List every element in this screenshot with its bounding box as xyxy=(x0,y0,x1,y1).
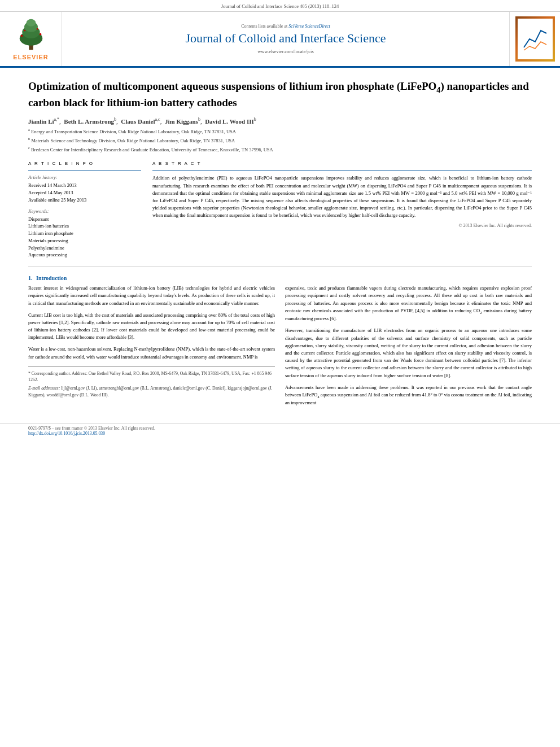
issn-line: 0021-9797/$ – see front matter © 2013 El… xyxy=(28,426,532,431)
right-para-2: However, transitioning the manufacture o… xyxy=(285,327,532,379)
header-area: ELSEVIER Contents lists available at Sci… xyxy=(0,12,560,68)
affil-c: c Bredesen Center for Interdisciplinary … xyxy=(28,146,532,154)
abstract-box: Addition of polyethyleneimine (PEI) to a… xyxy=(152,171,532,228)
journal-citation: Journal of Colloid and Interface Science… xyxy=(221,3,339,9)
abstract-text: Addition of polyethyleneimine (PEI) to a… xyxy=(152,174,532,219)
keyword-3: Lithium iron phosphate xyxy=(28,230,141,237)
intro-para-2: Current LIB cost is too high, with the c… xyxy=(28,312,275,342)
article-info-box: Article history: Received 14 March 2013 … xyxy=(28,171,141,259)
journal-url: www.elsevier.com/locate/jcis xyxy=(257,49,314,54)
article-available: Available online 25 May 2013 xyxy=(28,196,141,204)
affiliations: a Energy and Transportation Science Divi… xyxy=(28,128,532,153)
sciverse-line: Contents lists available at SciVerse Sci… xyxy=(241,24,330,29)
keyword-2: Lithium-ion batteries xyxy=(28,222,141,230)
bottom-bar: 0021-9797/$ – see front matter © 2013 El… xyxy=(0,423,560,438)
copyright-line: © 2013 Elsevier Inc. All rights reserved… xyxy=(152,223,532,228)
journal-cover-inner xyxy=(518,19,553,59)
elsevier-logo-area: ELSEVIER xyxy=(0,12,62,66)
abstract-col: A B S T R A C T Addition of polyethylene… xyxy=(152,161,532,259)
affil-b: b Materials Science and Technology Divis… xyxy=(28,137,532,145)
journal-top-bar: Journal of Colloid and Interface Science… xyxy=(0,0,560,12)
section-divider xyxy=(28,267,532,267)
intro-para-3: Water is a low-cost, non-hazardous solve… xyxy=(28,346,275,360)
svg-point-5 xyxy=(20,34,23,37)
keyword-5: Polyethyleneimine xyxy=(28,244,141,252)
body-two-col: Recent interest in widespread commercial… xyxy=(28,285,532,411)
footnote-corresponding: * Corresponding author. Address: One Bet… xyxy=(28,370,275,383)
authors-line: Jianlin Lia,*, Beth L. Armstrongb, Claus… xyxy=(28,117,532,125)
keyword-6: Aqueous processing xyxy=(28,251,141,259)
affil-a: a Energy and Transportation Science Divi… xyxy=(28,128,532,136)
svg-point-6 xyxy=(39,33,41,36)
body-col-right: expensive, toxic and produces flammable … xyxy=(285,285,532,411)
article-info-label: A R T I C L E I N F O xyxy=(28,161,141,166)
abstract-label: A B S T R A C T xyxy=(152,161,532,166)
journal-thumbnail-area xyxy=(509,12,560,66)
svg-point-8 xyxy=(36,28,38,30)
journal-header-center: Contents lists available at SciVerse Sci… xyxy=(62,12,509,66)
journal-title: Journal of Colloid and Interface Science xyxy=(186,31,386,46)
article-received: Received 14 March 2013 xyxy=(28,182,141,189)
elsevier-tree-icon xyxy=(8,18,54,51)
doi-line[interactable]: http://dx.doi.org/10.1016/j.jcis.2013.05… xyxy=(28,431,532,436)
article-title: Optimization of multicomponent aqueous s… xyxy=(28,79,532,110)
article-info-col: A R T I C L E I N F O Article history: R… xyxy=(28,161,141,259)
author-5: David L. Wood III xyxy=(205,117,254,124)
elsevier-text: ELSEVIER xyxy=(13,54,48,60)
intro-para-1: Recent interest in widespread commercial… xyxy=(28,285,275,307)
article-history-label: Article history: xyxy=(28,174,141,180)
sciverse-link[interactable]: SciVerse ScienceDirect xyxy=(288,24,330,29)
journal-cover-image xyxy=(515,16,555,62)
section-title: Introduction xyxy=(36,275,67,281)
body-col-left: Recent interest in widespread commercial… xyxy=(28,285,275,411)
section-1-heading: 1. Introduction xyxy=(28,275,532,281)
title-text-1: Optimization of multicomponent aqueous s… xyxy=(28,80,436,92)
svg-point-4 xyxy=(26,19,36,27)
keyword-4: Materials processing xyxy=(28,237,141,244)
author-3: Claus Daniel xyxy=(121,117,155,124)
right-para-3: Advancements have been made in addressin… xyxy=(285,384,532,407)
keywords-label: Keywords: xyxy=(28,208,141,214)
keyword-1: Dispersant xyxy=(28,216,141,223)
author-2: Beth L. Armstrong xyxy=(64,117,114,124)
main-content: Optimization of multicomponent aqueous s… xyxy=(0,68,560,423)
keywords-block: Keywords: Dispersant Lithium-ion batteri… xyxy=(28,208,141,259)
right-para-1: expensive, toxic and produces flammable … xyxy=(285,285,532,322)
sciverse-text: Contents lists available at xyxy=(241,24,287,29)
article-info-abstract-section: A R T I C L E I N F O Article history: R… xyxy=(28,161,532,259)
footnote-email: E-mail addresses: lijl@ornl.gov (J. Li),… xyxy=(28,385,275,398)
footnotes-area: * Corresponding author. Address: One Bet… xyxy=(28,366,275,399)
author-4: Jim Kiggans xyxy=(165,117,198,124)
article-accepted: Accepted 14 May 2013 xyxy=(28,189,141,196)
svg-point-7 xyxy=(24,30,25,32)
section-number: 1. xyxy=(28,275,33,281)
journal-cover-chart-icon xyxy=(521,25,549,53)
author-1: Jianlin Li xyxy=(28,117,54,124)
